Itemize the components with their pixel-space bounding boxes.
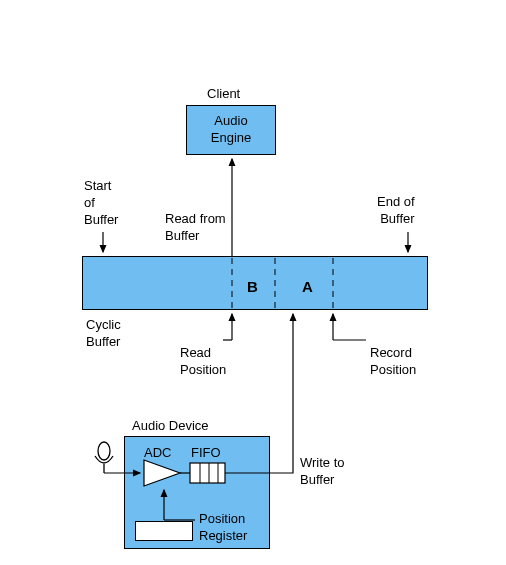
read-position-label: Read Position	[180, 345, 226, 379]
buffer-segment-a: A	[302, 277, 313, 297]
cyclic-buffer-label: Cyclic Buffer	[86, 317, 121, 351]
record-position-label: Record Position	[370, 345, 416, 379]
buffer-segment-b: B	[247, 277, 258, 297]
position-register-label: Position Register	[199, 511, 247, 545]
svg-point-6	[98, 442, 110, 460]
end-of-buffer-label: End of Buffer	[377, 194, 415, 228]
audio-device-heading: Audio Device	[132, 418, 209, 435]
read-from-buffer-label: Read from Buffer	[165, 211, 226, 245]
audio-engine-box: Audio Engine	[186, 105, 276, 155]
client-heading: Client	[207, 86, 240, 103]
position-register-box	[135, 521, 193, 541]
start-of-buffer-label: Start of Buffer	[84, 178, 118, 229]
adc-label: ADC	[144, 445, 171, 462]
write-to-buffer-label: Write to Buffer	[300, 455, 345, 489]
audio-engine-label: Audio Engine	[211, 113, 251, 147]
microphone-icon	[95, 442, 113, 473]
fifo-label: FIFO	[191, 445, 221, 462]
